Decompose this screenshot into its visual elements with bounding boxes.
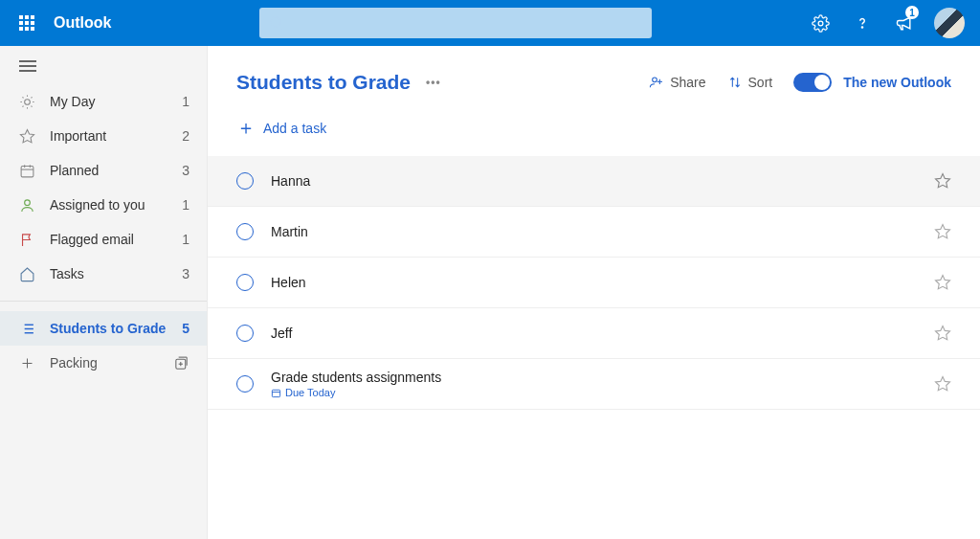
new-outlook-toggle[interactable] (793, 73, 832, 92)
task-title: Jeff (271, 326, 934, 341)
app-header: Outlook 1 (0, 0, 980, 46)
flag-icon (17, 232, 36, 248)
task-row[interactable]: Grade students assignments Due Today (208, 359, 980, 410)
task-star-button[interactable] (934, 172, 951, 190)
task-complete-radio[interactable] (236, 325, 254, 342)
settings-button[interactable] (800, 3, 840, 43)
sidebar-item-count: 1 (182, 232, 189, 247)
app-brand: Outlook (54, 14, 111, 32)
task-star-button[interactable] (934, 274, 951, 291)
sidebar-item-label: Flagged email (50, 232, 182, 247)
sidebar: My Day 1 Important 2 Planned 3 (0, 46, 208, 539)
sidebar-item-count: 3 (182, 163, 189, 178)
task-title: Martin (271, 224, 934, 239)
new-outlook-toggle-label: The new Outlook (843, 75, 951, 90)
more-icon: ••• (426, 76, 441, 89)
task-star-button[interactable] (934, 223, 951, 240)
svg-point-3 (861, 27, 862, 28)
sidebar-item-label: My Day (50, 94, 182, 109)
sort-button[interactable]: Sort (727, 75, 773, 90)
sidebar-item-important[interactable]: Important 2 (0, 119, 207, 153)
share-button[interactable]: Share (649, 75, 705, 90)
sidebar-item-label: Packing (50, 355, 173, 371)
home-icon (17, 266, 36, 282)
svg-marker-37 (936, 276, 950, 289)
svg-marker-36 (936, 225, 950, 238)
add-task-placeholder: Add a task (263, 121, 326, 136)
star-icon (17, 128, 36, 145)
share-label: Share (670, 75, 705, 90)
notification-badge: 1 (905, 6, 919, 19)
sidebar-list-students-to-grade[interactable]: Students to Grade 5 (0, 311, 207, 346)
sidebar-item-count: 1 (182, 197, 189, 213)
svg-marker-35 (936, 174, 950, 188)
sort-icon (727, 75, 743, 90)
list-options-button[interactable]: ••• (426, 76, 441, 89)
sidebar-item-flagged[interactable]: Flagged email 1 (0, 222, 207, 257)
svg-point-4 (24, 99, 30, 104)
svg-point-32 (653, 78, 657, 82)
sidebar-item-count: 3 (182, 266, 189, 281)
plus-icon (17, 356, 36, 371)
task-row[interactable]: Martin (208, 207, 980, 258)
sidebar-item-label: Tasks (50, 266, 182, 281)
sidebar-item-label: Planned (50, 163, 182, 178)
account-avatar[interactable] (934, 8, 965, 38)
search-box[interactable] (259, 8, 652, 38)
task-complete-radio[interactable] (236, 223, 254, 240)
sidebar-list-packing[interactable]: Packing (0, 346, 207, 380)
svg-marker-38 (936, 326, 950, 340)
svg-rect-14 (21, 166, 33, 176)
waffle-icon (19, 15, 34, 31)
sidebar-item-count: 1 (182, 94, 189, 109)
task-row[interactable]: Helen (208, 258, 980, 308)
gear-icon (812, 14, 830, 33)
task-complete-radio[interactable] (236, 172, 254, 190)
svg-marker-13 (20, 129, 33, 142)
task-row[interactable]: Hanna (208, 156, 980, 207)
svg-rect-39 (272, 390, 279, 396)
svg-line-8 (31, 105, 32, 106)
search-input[interactable] (259, 8, 652, 38)
plus-icon: ＋ (236, 115, 263, 141)
sidebar-item-my-day[interactable]: My Day 1 (0, 84, 207, 119)
calendar-small-icon (271, 388, 281, 398)
sidebar-item-label: Important (50, 128, 182, 144)
help-icon (854, 14, 871, 32)
task-title: Helen (271, 275, 934, 290)
sidebar-item-label: Assigned to you (50, 197, 182, 213)
person-icon (17, 197, 36, 213)
task-complete-radio[interactable] (236, 375, 254, 393)
share-icon (649, 75, 664, 90)
svg-point-18 (24, 199, 30, 205)
sidebar-item-planned[interactable]: Planned 3 (0, 153, 207, 188)
task-complete-radio[interactable] (236, 274, 254, 291)
sidebar-item-label: Students to Grade (50, 321, 182, 336)
hamburger-icon (19, 65, 36, 67)
sidebar-item-count: 2 (182, 128, 189, 144)
sidebar-divider (0, 301, 207, 302)
svg-line-12 (31, 97, 32, 98)
help-button[interactable] (842, 3, 882, 43)
add-task-input[interactable]: ＋ Add a task (208, 103, 980, 156)
calendar-icon (17, 163, 36, 179)
svg-line-11 (22, 105, 23, 106)
task-star-button[interactable] (934, 325, 951, 342)
app-launcher-button[interactable] (8, 4, 46, 42)
task-star-button[interactable] (934, 375, 951, 393)
list-title: Students to Grade (236, 71, 411, 94)
svg-marker-41 (936, 377, 950, 391)
task-title: Grade students assignments (271, 370, 934, 385)
list-icon (17, 321, 36, 337)
sidebar-item-assigned[interactable]: Assigned to you 1 (0, 188, 207, 222)
sidebar-item-tasks[interactable]: Tasks 3 (0, 257, 207, 291)
sidebar-item-count: 5 (182, 321, 189, 336)
announcements-button[interactable]: 1 (884, 3, 924, 43)
task-row[interactable]: Jeff (208, 308, 980, 359)
main-content: Students to Grade ••• Share Sort (208, 46, 980, 539)
new-group-icon[interactable] (173, 355, 189, 371)
sun-icon (17, 94, 36, 110)
task-meta: Due Today (271, 387, 934, 398)
sidebar-toggle-button[interactable] (0, 59, 207, 84)
sort-label: Sort (748, 75, 773, 90)
